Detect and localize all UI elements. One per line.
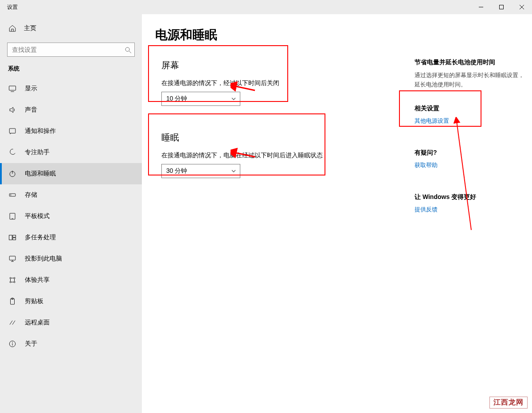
sidebar-item-label: 显示 (25, 85, 37, 93)
notifications-icon (8, 127, 17, 135)
svg-point-4 (125, 47, 129, 51)
sidebar: 主页 系统 显示 声音 通知和操作 专注助手 (0, 14, 142, 413)
content-area: 电源和睡眠 屏幕 在接通电源的情况下，经过以下时间后关闭 10 分钟 睡眠 在接… (142, 14, 532, 413)
sidebar-item-storage[interactable]: 存储 (0, 184, 142, 206)
sleep-heading: 睡眠 (161, 132, 384, 144)
sidebar-item-display[interactable]: 显示 (0, 78, 142, 99)
help-link[interactable]: 获取帮助 (415, 161, 438, 169)
svg-point-20 (14, 277, 15, 279)
screen-timeout-value: 10 分钟 (166, 95, 187, 103)
tablet-icon (8, 212, 17, 220)
home-button[interactable]: 主页 (0, 19, 142, 38)
svg-rect-8 (9, 129, 16, 133)
screen-heading: 屏幕 (161, 59, 384, 71)
home-icon (8, 24, 17, 32)
sidebar-item-tablet[interactable]: 平板模式 (0, 206, 142, 227)
storage-icon (8, 191, 17, 199)
power-icon (8, 170, 17, 178)
related-link[interactable]: 其他电源设置 (415, 117, 449, 125)
search-icon (124, 46, 131, 53)
svg-rect-18 (9, 256, 16, 260)
svg-point-19 (10, 277, 11, 279)
aside-power-saving-text: 通过选择更短的屏幕显示时长和睡眠设置，延长电池使用时间。 (415, 71, 525, 90)
maximize-button[interactable] (491, 0, 512, 14)
feedback-link[interactable]: 提供反馈 (415, 206, 438, 214)
sleep-section: 睡眠 在接通电源的情况下，电脑在经过以下时间后进入睡眠状态 30 分钟 (155, 128, 390, 187)
sidebar-item-shared[interactable]: 体验共享 (0, 269, 142, 291)
sidebar-item-label: 电源和睡眠 (25, 170, 56, 178)
sidebar-item-multitask[interactable]: 多任务处理 (0, 227, 142, 248)
sidebar-item-sound[interactable]: 声音 (0, 99, 142, 121)
focus-icon (8, 148, 17, 156)
sidebar-nav: 显示 声音 通知和操作 专注助手 电源和睡眠 存储 (0, 78, 142, 355)
aside-question-title: 有疑问? (415, 149, 525, 157)
screen-timeout-select[interactable]: 10 分钟 (161, 92, 240, 106)
sidebar-item-label: 远程桌面 (25, 319, 50, 327)
search-input[interactable] (7, 43, 135, 57)
multitask-icon (8, 234, 17, 242)
sleep-timeout-select[interactable]: 30 分钟 (161, 164, 240, 178)
svg-rect-13 (10, 213, 15, 219)
svg-rect-17 (13, 238, 16, 240)
sidebar-item-label: 多任务处理 (25, 234, 56, 242)
home-label: 主页 (24, 24, 36, 32)
sleep-desc: 在接通电源的情况下，电脑在经过以下时间后进入睡眠状态 (161, 152, 384, 160)
sidebar-item-focus[interactable]: 专注助手 (0, 142, 142, 163)
sidebar-item-clipboard[interactable]: 剪贴板 (0, 291, 142, 312)
sidebar-item-label: 通知和操作 (25, 127, 56, 135)
display-icon (8, 85, 17, 93)
svg-rect-1 (500, 5, 504, 9)
svg-rect-16 (13, 235, 16, 238)
minimize-button[interactable] (471, 0, 491, 14)
sidebar-item-label: 声音 (25, 106, 37, 114)
svg-line-5 (129, 51, 131, 53)
sidebar-group-label: 系统 (0, 65, 142, 78)
search-container (7, 43, 135, 57)
watermark: 江西龙网 (489, 397, 528, 409)
sidebar-item-about[interactable]: 关于 (0, 333, 142, 355)
sidebar-item-notifications[interactable]: 通知和操作 (0, 121, 142, 142)
svg-rect-6 (9, 86, 16, 90)
window-title: 设置 (0, 4, 18, 11)
chevron-down-icon (231, 168, 236, 174)
sidebar-item-label: 平板模式 (25, 212, 50, 220)
close-button[interactable] (512, 0, 532, 14)
remote-icon (8, 319, 17, 327)
sleep-timeout-value: 30 分钟 (166, 167, 187, 175)
sidebar-item-label: 投影到此电脑 (25, 255, 62, 263)
svg-point-27 (12, 342, 13, 343)
clipboard-icon (8, 297, 17, 305)
sidebar-item-power[interactable]: 电源和睡眠 (0, 163, 142, 184)
chevron-down-icon (231, 96, 236, 101)
aside-improve-title: 让 Windows 变得更好 (415, 193, 525, 201)
screen-desc: 在接通电源的情况下，经过以下时间后关闭 (161, 79, 384, 87)
sidebar-item-remote[interactable]: 远程桌面 (0, 312, 142, 333)
svg-point-21 (10, 281, 11, 283)
svg-point-12 (11, 195, 12, 195)
page-title: 电源和睡眠 (155, 27, 390, 43)
aside-power-saving-title: 节省电量并延长电池使用时间 (415, 58, 525, 66)
screen-section: 屏幕 在接通电源的情况下，经过以下时间后关闭 10 分钟 (155, 56, 390, 115)
svg-point-22 (14, 281, 15, 283)
shared-icon (8, 276, 17, 284)
sidebar-item-projecting[interactable]: 投影到此电脑 (0, 248, 142, 269)
sidebar-item-label: 专注助手 (25, 148, 50, 156)
aside-related-title: 相关设置 (415, 105, 525, 113)
sound-icon (8, 106, 17, 114)
svg-rect-15 (9, 235, 12, 240)
sidebar-item-label: 体验共享 (25, 276, 50, 284)
about-icon (8, 340, 17, 348)
sidebar-item-label: 关于 (25, 340, 37, 348)
sidebar-item-label: 存储 (25, 191, 37, 199)
projecting-icon (8, 255, 17, 263)
sidebar-item-label: 剪贴板 (25, 297, 43, 305)
aside-panel: 节省电量并延长电池使用时间 通过选择更短的屏幕显示时长和睡眠设置，延长电池使用时… (415, 27, 525, 235)
window-titlebar: 设置 (0, 0, 532, 14)
